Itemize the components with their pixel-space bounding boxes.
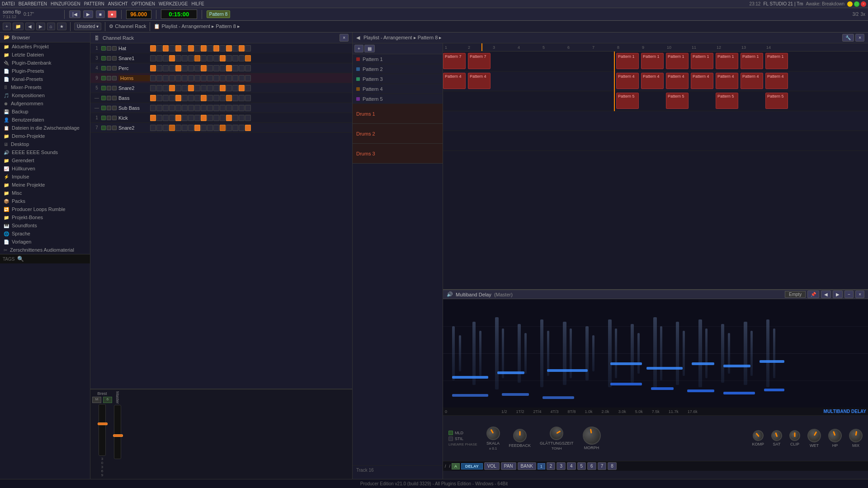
- pad[interactable]: [169, 105, 175, 111]
- pad[interactable]: [226, 65, 232, 71]
- solo-perc[interactable]: [107, 66, 111, 70]
- pad[interactable]: [175, 65, 181, 71]
- pad[interactable]: [163, 55, 169, 61]
- pad[interactable]: [169, 75, 175, 81]
- channel-name-bass[interactable]: Bass: [118, 95, 150, 101]
- pad[interactable]: [163, 65, 169, 71]
- sidebar-item-mixer-presets[interactable]: 🎚 Mixer-Presets: [0, 83, 90, 91]
- mute-bass[interactable]: [101, 96, 106, 100]
- sidebar-item-zerschnittenes[interactable]: ✂ Zerschnittenes Audiomaterial: [0, 246, 90, 254]
- pad[interactable]: [182, 55, 188, 61]
- menu-werkzeuge[interactable]: WERKZEUGE: [159, 1, 188, 6]
- pad[interactable]: [156, 55, 162, 61]
- pad[interactable]: [245, 85, 251, 91]
- pad[interactable]: [175, 55, 181, 61]
- home-button[interactable]: ⌂: [47, 23, 55, 30]
- pattern-block[interactable]: Pattern 4: [641, 73, 664, 89]
- pad[interactable]: [226, 115, 232, 121]
- pad[interactable]: [194, 75, 200, 81]
- pad[interactable]: [232, 45, 238, 52]
- pattern-block[interactable]: Pattern 4: [716, 73, 738, 89]
- pad[interactable]: [175, 105, 181, 111]
- add-button[interactable]: +: [3, 23, 11, 30]
- channel-name-snare2[interactable]: Snare2: [118, 85, 150, 91]
- pad[interactable]: [220, 75, 226, 81]
- channel-name-snare2b[interactable]: Snare2: [118, 125, 150, 131]
- channel-rack-close[interactable]: ×: [340, 34, 349, 42]
- pad[interactable]: [150, 65, 156, 71]
- mute-snare2b[interactable]: [101, 126, 106, 130]
- pattern-item-4[interactable]: Pattern 4: [353, 84, 443, 94]
- pattern-block[interactable]: Pattern 1: [666, 53, 689, 69]
- pad[interactable]: [188, 125, 194, 131]
- pad[interactable]: [182, 45, 188, 52]
- menu-datei[interactable]: DATEI: [2, 1, 15, 6]
- star-button[interactable]: ★: [57, 23, 66, 30]
- record-button[interactable]: ●: [108, 10, 117, 18]
- pad[interactable]: [201, 115, 207, 121]
- pattern-block[interactable]: Pattern 4: [616, 73, 639, 89]
- pad[interactable]: [201, 55, 207, 61]
- pad[interactable]: [239, 75, 245, 81]
- env-subbass[interactable]: [112, 106, 117, 110]
- sidebar-item-demo-projekte[interactable]: 📁 Demo-Projekte: [0, 132, 90, 140]
- sidebar-item-hullkurven[interactable]: 📈 Hüllkurven: [0, 164, 90, 173]
- pad[interactable]: [232, 55, 238, 61]
- bank-8[interactable]: 8: [608, 462, 617, 470]
- pattern-item-2[interactable]: Pattern 2: [353, 64, 443, 74]
- pad[interactable]: [188, 55, 194, 61]
- pad[interactable]: [226, 55, 232, 61]
- pad[interactable]: [150, 85, 156, 91]
- tab-delay[interactable]: DELAY: [461, 463, 483, 469]
- env-hat[interactable]: [112, 46, 117, 51]
- pad[interactable]: [226, 45, 232, 52]
- pad[interactable]: [188, 105, 194, 111]
- pad[interactable]: [220, 55, 226, 61]
- pad[interactable]: [245, 75, 251, 81]
- pad[interactable]: [194, 55, 200, 61]
- pad[interactable]: [163, 115, 169, 121]
- pad[interactable]: [201, 125, 207, 131]
- pad[interactable]: [163, 125, 169, 131]
- sidebar-item-zwischenablage[interactable]: 📋 Dateien in die Zwischenablage: [0, 124, 90, 132]
- bank-2[interactable]: 2: [547, 462, 556, 470]
- pad[interactable]: [169, 65, 175, 71]
- pad[interactable]: [201, 45, 207, 52]
- pattern-block[interactable]: Pattern 1: [641, 53, 664, 69]
- pad[interactable]: [226, 125, 232, 131]
- pad[interactable]: [194, 65, 200, 71]
- solo-kick[interactable]: [107, 116, 111, 120]
- sidebar-item-plugin-datenbank[interactable]: 🔌 Plugin-Datenbank: [0, 59, 90, 67]
- pad[interactable]: [232, 115, 238, 121]
- pattern-block[interactable]: Pattern 4: [765, 73, 788, 89]
- back-button[interactable]: ◀: [25, 23, 34, 30]
- drums2-track-label[interactable]: Drums 2: [353, 124, 443, 144]
- pad[interactable]: [245, 55, 251, 61]
- pad[interactable]: [188, 115, 194, 121]
- pad[interactable]: [188, 45, 194, 52]
- channel-name-subbass[interactable]: Sub Bass: [118, 105, 150, 111]
- master-fader[interactable]: [114, 405, 121, 459]
- pad[interactable]: [226, 85, 232, 91]
- pad[interactable]: [156, 115, 162, 121]
- channel-name-snare1[interactable]: Snare1: [118, 56, 150, 61]
- pad[interactable]: [163, 75, 169, 81]
- pad[interactable]: [188, 75, 194, 81]
- pad[interactable]: [239, 45, 245, 52]
- pad[interactable]: [194, 115, 200, 121]
- channel-name-hat[interactable]: Hat: [118, 46, 150, 51]
- pad[interactable]: [207, 45, 213, 52]
- pad[interactable]: [169, 95, 175, 101]
- pattern-block[interactable]: Pattern 4: [691, 73, 713, 89]
- pad[interactable]: [169, 85, 175, 91]
- pad[interactable]: [245, 115, 251, 121]
- pad[interactable]: [150, 45, 156, 52]
- pad[interactable]: [220, 85, 226, 91]
- pad[interactable]: [194, 85, 200, 91]
- plugin-close[interactable]: ×: [855, 291, 864, 298]
- wet-knob[interactable]: [805, 427, 824, 445]
- sidebar-item-sprache[interactable]: 🌐 Sprache: [0, 230, 90, 238]
- env-snare2[interactable]: [112, 86, 117, 90]
- pad[interactable]: [182, 105, 188, 111]
- pattern-block[interactable]: Pattern 4: [666, 73, 689, 89]
